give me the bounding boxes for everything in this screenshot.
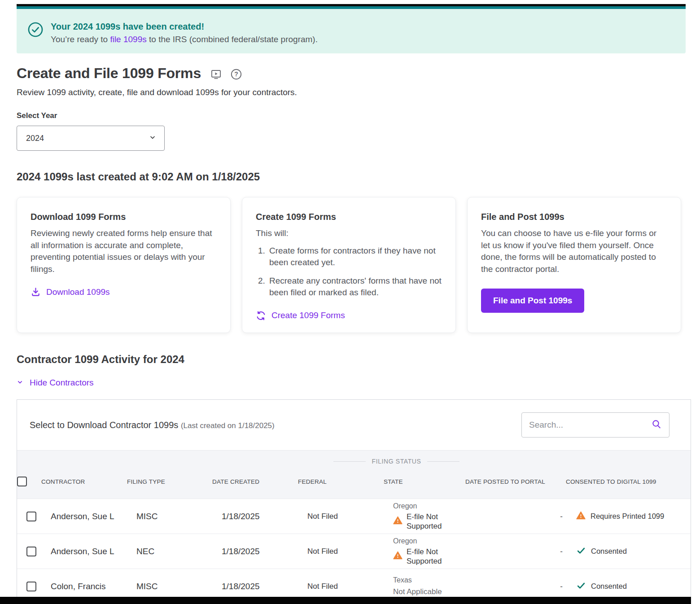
refresh-icon xyxy=(256,311,266,321)
table-row: Anderson, Sue L NEC 1/18/2025 Not Filed … xyxy=(17,534,691,569)
cell-filing-type: NEC xyxy=(136,547,222,556)
table-header: FILING STATUS CONTRACTOR FILING TYPE DAT… xyxy=(17,450,691,499)
create-card-item-2: Recreate any contractors' forms that hav… xyxy=(267,275,442,299)
video-tutorial-icon[interactable] xyxy=(210,68,222,80)
cell-date-created: 1/18/2025 xyxy=(222,547,307,556)
row-checkbox[interactable] xyxy=(26,547,36,556)
table-row: Anderson, Sue L MISC 1/18/2025 Not Filed… xyxy=(17,499,691,534)
cell-filing-type: MISC xyxy=(136,512,222,521)
column-header-consented: CONSENTED TO DIGITAL 1099 xyxy=(566,478,691,485)
cell-contractor: Colon, Francis xyxy=(51,582,136,591)
row-checkbox[interactable] xyxy=(26,582,36,591)
cell-state-status: Oregon E-file Not Supported xyxy=(393,537,475,566)
create-card-intro: This will: xyxy=(256,228,442,240)
window-bottom-bar xyxy=(0,597,691,604)
cell-date-created: 1/18/2025 xyxy=(222,582,307,591)
banner-title: Your 2024 1099s have been created! xyxy=(51,21,318,32)
cell-contractor: Anderson, Sue L xyxy=(51,547,136,556)
year-select-value: 2024 xyxy=(26,134,44,143)
select-all-checkbox[interactable] xyxy=(17,477,27,486)
cell-date-created: 1/18/2025 xyxy=(222,512,307,521)
column-header-filing-type: FILING TYPE xyxy=(127,478,212,485)
activity-heading: Contractor 1099 Activity for 2024 xyxy=(17,353,691,366)
cell-state-status: Texas Not Applicable xyxy=(393,576,475,597)
row-checkbox[interactable] xyxy=(26,512,36,521)
check-icon xyxy=(576,546,586,557)
warning-icon xyxy=(393,551,402,562)
file-post-card-title: File and Post 1099s xyxy=(481,212,667,222)
cell-consent-status: Consented xyxy=(575,581,691,592)
cell-filing-type: MISC xyxy=(136,582,222,591)
column-header-state: STATE xyxy=(384,478,465,485)
cell-date-posted: - xyxy=(560,582,575,591)
svg-text:?: ? xyxy=(234,70,238,78)
column-header-date-created: DATE CREATED xyxy=(212,478,298,485)
cell-date-posted: - xyxy=(560,547,575,556)
cell-federal-status: Not Filed xyxy=(307,582,393,591)
file-post-card: File and Post 1099s You can choose to ha… xyxy=(467,197,681,333)
download-icon xyxy=(31,287,41,297)
banner-text: Your 2024 1099s have been created! You’r… xyxy=(51,21,318,44)
page-title: Create and File 1099 Forms xyxy=(17,65,201,82)
download-card-title: Download 1099 Forms xyxy=(31,212,217,222)
warning-icon xyxy=(576,511,586,522)
page-subtitle: Review 1099 activity, create, file and d… xyxy=(17,88,691,97)
create-card-title: Create 1099 Forms xyxy=(256,212,442,222)
hide-contractors-toggle[interactable]: Hide Contractors xyxy=(17,378,94,388)
search-input[interactable] xyxy=(529,420,651,430)
contractor-table-panel: Select to Download Contractor 1099s (Las… xyxy=(17,399,691,604)
warning-icon xyxy=(393,516,402,527)
create-card-list: Create forms for contractors if they hav… xyxy=(256,245,442,299)
filing-status-group-label: FILING STATUS xyxy=(313,458,480,465)
banner-message: You’re ready to file 1099s to the IRS (c… xyxy=(51,35,318,44)
table-title: Select to Download Contractor 1099s (Las… xyxy=(30,420,275,430)
cell-contractor: Anderson, Sue L xyxy=(51,512,136,521)
chevron-down-icon xyxy=(17,378,23,388)
cell-consent-status: Consented xyxy=(575,546,691,557)
column-header-date-posted: DATE POSTED TO PORTAL xyxy=(465,478,566,485)
column-header-contractor: CONTRACTOR xyxy=(41,478,127,485)
download-card-body: Reviewing newly created forms help ensur… xyxy=(31,228,217,275)
cell-consent-status: Requires Printed 1099 xyxy=(575,511,691,522)
cell-date-posted: - xyxy=(560,512,575,521)
search-box[interactable] xyxy=(521,412,669,438)
cell-federal-status: Not Filed xyxy=(307,512,393,521)
file-1099s-link[interactable]: file 1099s xyxy=(110,35,146,44)
cell-state-status: Oregon E-file Not Supported xyxy=(393,502,475,531)
table-title-note: (Last created on 1/18/2025) xyxy=(181,421,275,430)
create-1099-card: Create 1099 Forms This will: Create form… xyxy=(242,197,456,333)
success-banner: Your 2024 1099s have been created! You’r… xyxy=(17,6,686,53)
search-icon[interactable] xyxy=(651,419,662,431)
create-1099-forms-link[interactable]: Create 1099 Forms xyxy=(256,311,345,321)
year-select[interactable]: 2024 xyxy=(17,126,165,151)
check-circle-icon xyxy=(27,22,44,38)
download-1099s-link[interactable]: Download 1099s xyxy=(31,287,110,297)
file-post-card-body: You can choose to have us e-file your fo… xyxy=(481,228,667,275)
column-header-federal: FEDERAL xyxy=(298,478,384,485)
cell-federal-status: Not Filed xyxy=(307,547,393,556)
select-year-label: Select Year xyxy=(17,111,691,120)
chevron-down-icon xyxy=(149,134,156,143)
download-1099-card: Download 1099 Forms Reviewing newly crea… xyxy=(17,197,231,333)
last-created-heading: 2024 1099s last created at 9:02 AM on 1/… xyxy=(17,171,691,183)
file-and-post-button[interactable]: File and Post 1099s xyxy=(481,289,584,313)
check-icon xyxy=(576,581,586,592)
create-card-item-1: Create forms for contractors if they hav… xyxy=(267,245,442,269)
help-icon[interactable]: ? xyxy=(230,68,242,80)
